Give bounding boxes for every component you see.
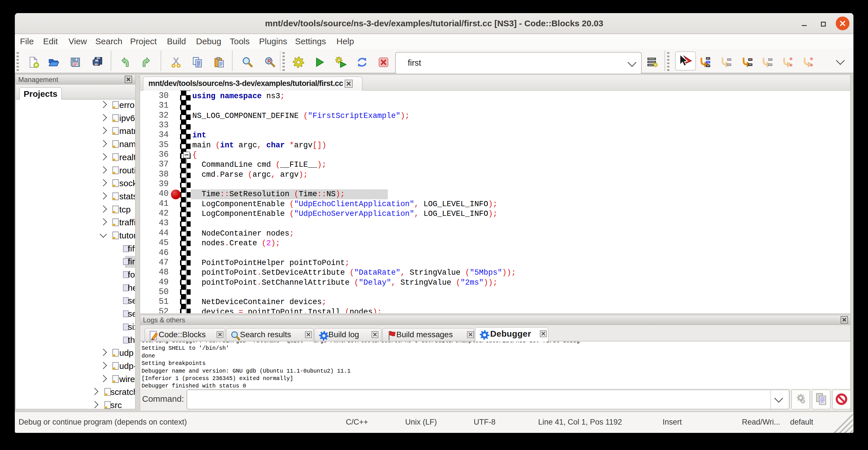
svg-text:R: R — [267, 58, 271, 64]
